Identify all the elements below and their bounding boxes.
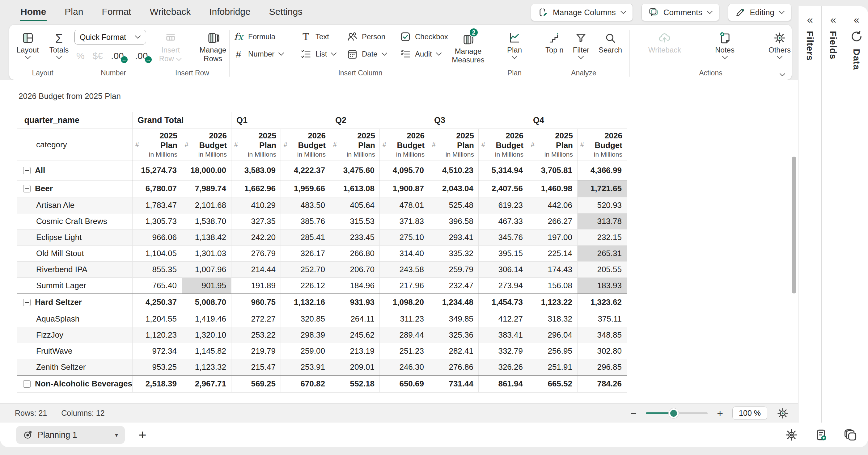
workbook-settings-gear-icon[interactable] xyxy=(784,428,798,442)
measure-header[interactable]: #2025 Planin Millions xyxy=(231,129,281,161)
value-cell[interactable]: 670.82 xyxy=(281,375,330,393)
value-cell[interactable]: 410.29 xyxy=(231,197,281,214)
value-cell[interactable]: 552.18 xyxy=(330,375,379,393)
measure-header[interactable]: #2026 Budgetin Millions xyxy=(182,129,231,161)
value-cell[interactable]: 1,320.10 xyxy=(182,327,231,343)
data-panel-toggle[interactable]: « Data xyxy=(845,6,868,423)
value-cell[interactable]: 174.43 xyxy=(528,262,577,278)
value-cell[interactable]: 326.26 xyxy=(478,359,528,375)
insert-formula-button[interactable]: fx Formula xyxy=(233,31,300,43)
quick-format-select[interactable]: Quick Format xyxy=(74,30,146,44)
insert-text-button[interactable]: T Text xyxy=(300,31,346,43)
value-cell[interactable]: 1,132.16 xyxy=(281,294,330,311)
value-cell[interactable]: 2,043.04 xyxy=(429,180,478,197)
value-cell[interactable]: 520.93 xyxy=(577,197,627,214)
value-cell[interactable]: 253.22 xyxy=(231,327,281,343)
tab-settings[interactable]: Settings xyxy=(269,2,303,23)
corner-quarter-name-header[interactable]: quarter_name xyxy=(17,112,132,129)
value-cell[interactable]: 1,301.03 xyxy=(182,246,231,262)
zoom-level[interactable]: 100 % xyxy=(732,407,767,420)
vertical-scrollbar[interactable] xyxy=(792,157,796,293)
plan-button[interactable]: Plan xyxy=(507,30,522,59)
value-cell[interactable]: 931.93 xyxy=(330,294,379,311)
others-button[interactable]: Others xyxy=(769,30,791,59)
quarter-header[interactable]: Q2 xyxy=(330,112,429,129)
value-cell[interactable]: 275.10 xyxy=(379,229,429,246)
value-cell[interactable]: 1,419.46 xyxy=(182,311,231,327)
row-header-cell[interactable]: Eclipse Light xyxy=(17,229,132,246)
value-cell[interactable]: 245.62 xyxy=(330,327,379,343)
value-cell[interactable]: 259.79 xyxy=(429,262,478,278)
value-cell[interactable]: 4,366.99 xyxy=(577,161,627,180)
editing-button[interactable]: Editing xyxy=(728,4,792,21)
insert-list-button[interactable]: List xyxy=(300,48,346,60)
value-cell[interactable]: 1,454.73 xyxy=(478,294,528,311)
search-button[interactable]: Search xyxy=(598,30,622,59)
value-cell[interactable]: 243.58 xyxy=(379,262,429,278)
row-header-cell[interactable]: FizzJoy xyxy=(17,327,132,343)
value-cell[interactable]: 156.08 xyxy=(528,278,577,294)
value-cell[interactable]: 960.75 xyxy=(231,294,281,311)
value-cell[interactable]: 251.23 xyxy=(379,343,429,359)
value-cell[interactable]: 5,314.94 xyxy=(478,161,528,180)
manage-measures-button[interactable]: 2 Manage Measures xyxy=(446,31,490,64)
row-header-cell[interactable]: Cosmic Craft Brews xyxy=(17,214,132,229)
measure-header[interactable]: #2025 Planin Millions xyxy=(132,129,182,161)
value-cell[interactable]: 289.44 xyxy=(379,327,429,343)
value-cell[interactable]: 313.78 xyxy=(577,214,627,229)
tab-writeback[interactable]: Writeback xyxy=(149,2,191,23)
value-cell[interactable]: 296.85 xyxy=(577,359,627,375)
top-n-button[interactable]: Top n xyxy=(546,30,564,59)
value-cell[interactable]: 252.70 xyxy=(281,262,330,278)
value-cell[interactable]: 385.76 xyxy=(281,214,330,229)
insert-date-button[interactable]: Date xyxy=(346,48,400,60)
value-cell[interactable]: 1,098.20 xyxy=(379,294,429,311)
value-cell[interactable]: 206.70 xyxy=(330,262,379,278)
percent-format-icon[interactable]: % xyxy=(76,51,85,61)
value-cell[interactable]: 375.11 xyxy=(577,311,627,327)
value-cell[interactable]: 296.04 xyxy=(528,327,577,343)
row-collapse-icon[interactable] xyxy=(23,380,31,388)
value-cell[interactable]: 232.47 xyxy=(429,278,478,294)
value-cell[interactable]: 1,959.66 xyxy=(281,180,330,197)
value-cell[interactable]: 265.31 xyxy=(577,246,627,262)
value-cell[interactable]: 3,475.60 xyxy=(330,161,379,180)
value-cell[interactable]: 1,460.98 xyxy=(528,180,577,197)
currency-format-icon[interactable]: $€ xyxy=(93,51,103,61)
quarter-header[interactable]: Grand Total xyxy=(132,112,231,129)
decrease-decimals-button[interactable]: .00← xyxy=(111,51,124,61)
tab-home[interactable]: Home xyxy=(20,2,46,23)
value-cell[interactable]: 314.40 xyxy=(379,246,429,262)
quarter-header[interactable]: Q3 xyxy=(429,112,528,129)
zoom-slider-thumb[interactable] xyxy=(669,409,679,418)
value-cell[interactable]: 293.41 xyxy=(429,229,478,246)
category-dimension-header[interactable]: category xyxy=(17,129,132,161)
zoom-in-button[interactable]: + xyxy=(717,408,723,419)
value-cell[interactable]: 1,538.70 xyxy=(182,214,231,229)
totals-button[interactable]: Σ Totals xyxy=(50,30,69,59)
value-cell[interactable]: 4,510.23 xyxy=(429,161,478,180)
value-cell[interactable]: 483.50 xyxy=(281,197,330,214)
value-cell[interactable]: 1,138.42 xyxy=(182,229,231,246)
value-cell[interactable]: 2,967.71 xyxy=(182,375,231,393)
zoom-out-button[interactable]: − xyxy=(630,408,637,419)
row-header-cell[interactable]: Summit Lager xyxy=(17,278,132,294)
value-cell[interactable]: 784.26 xyxy=(577,375,627,393)
add-sheet-button[interactable]: + xyxy=(138,428,147,442)
value-cell[interactable]: 335.32 xyxy=(429,246,478,262)
value-cell[interactable]: 1,900.87 xyxy=(379,180,429,197)
value-cell[interactable]: 5,008.70 xyxy=(182,294,231,311)
value-cell[interactable]: 2,518.39 xyxy=(132,375,182,393)
value-cell[interactable]: 298.39 xyxy=(281,327,330,343)
value-cell[interactable]: 348.85 xyxy=(577,327,627,343)
value-cell[interactable]: 306.14 xyxy=(478,262,528,278)
value-cell[interactable]: 332.79 xyxy=(478,343,528,359)
value-cell[interactable]: 412.27 xyxy=(478,311,528,327)
value-cell[interactable]: 395.15 xyxy=(478,246,528,262)
value-cell[interactable]: 855.35 xyxy=(132,262,182,278)
value-cell[interactable]: 4,222.37 xyxy=(281,161,330,180)
value-cell[interactable]: 4,095.70 xyxy=(379,161,429,180)
ribbon-collapse-chevron[interactable] xyxy=(779,73,785,76)
value-cell[interactable]: 1,123.32 xyxy=(182,359,231,375)
value-cell[interactable]: 4,250.37 xyxy=(132,294,182,311)
